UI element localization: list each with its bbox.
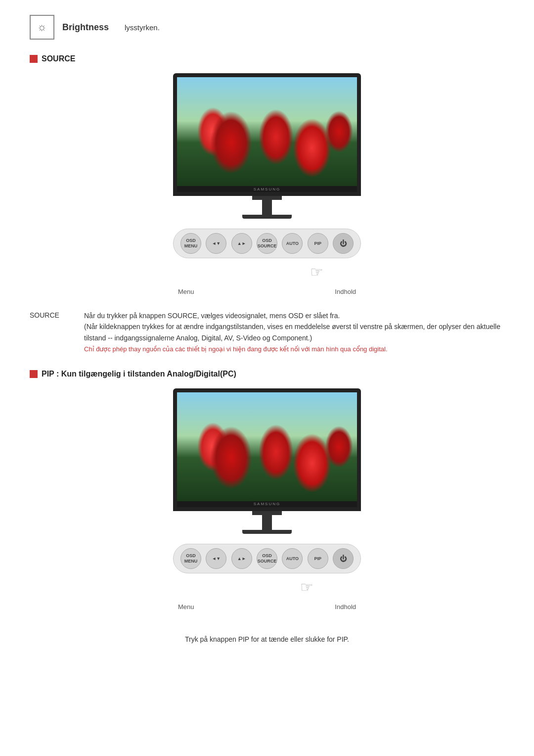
pip-stand-top <box>252 511 282 515</box>
source-tulip-image <box>177 77 357 186</box>
source-hand-pointer-icon: ☞ <box>310 263 323 281</box>
brightness-icon: ☼ <box>30 15 54 40</box>
pip-icon <box>30 370 38 378</box>
brightness-desc: lysstyrken. <box>125 23 160 32</box>
pip-menu-label: Menu <box>173 603 194 611</box>
pip-pip-button[interactable]: PIP <box>308 548 328 569</box>
pip-nav-left-button[interactable]: ◄▼ <box>206 548 226 569</box>
source-menu-label: Menu <box>173 288 194 295</box>
pip-content-label: Indhold <box>335 603 361 611</box>
pip-controls-bar: OSD MENU ◄▼ ▲► OSD SOURCE AUTO PIP ⏻ <box>173 544 361 573</box>
pip-title: PIP : Kun tilgængelig i tilstanden Analo… <box>42 370 236 378</box>
pip-hand-pointer-icon: ☞ <box>300 578 313 596</box>
pip-section-header: PIP : Kun tilgængelig i tilstanden Analo… <box>30 370 504 378</box>
source-nav-right-button[interactable]: ▲► <box>231 233 252 254</box>
pip-tulip-image <box>177 392 357 501</box>
source-auto-button[interactable]: AUTO <box>282 233 303 254</box>
pip-monitor-brand: SAMSUNG <box>254 502 280 506</box>
source-monitor-screen <box>177 77 357 186</box>
pip-nav-right-button[interactable]: ▲► <box>231 548 252 569</box>
pip-power-button[interactable]: ⏻ <box>333 548 354 569</box>
source-red-note: Chỉ được phép thay nguồn của các thiết b… <box>84 345 388 353</box>
source-pip-button[interactable]: PIP <box>308 233 328 254</box>
pip-menu-button[interactable]: OSD MENU <box>180 548 201 569</box>
pip-labels-row: Menu Indhold <box>173 603 361 611</box>
brightness-section: ☼ Brightness lysstyrken. <box>30 10 504 40</box>
pip-auto-button[interactable]: AUTO <box>282 548 303 569</box>
source-monitor-container: SAMSUNG OSD MENU ◄▼ ▲► OSD SOURCE AUTO P… <box>30 73 504 305</box>
source-title: SOURCE <box>42 54 75 63</box>
source-desc-text: Når du trykker på knappen SOURCE, vælges… <box>84 310 504 355</box>
source-stand-top <box>252 196 282 200</box>
pip-bottom-text: Tryk på knappen PIP for at tænde eller s… <box>185 635 349 643</box>
source-stand-mid <box>262 200 272 215</box>
pip-stand-base <box>242 530 292 534</box>
pip-osd-source-button[interactable]: OSD SOURCE <box>257 548 277 569</box>
pip-monitor-bottom-bar: SAMSUNG <box>177 501 357 507</box>
source-nav-left-button[interactable]: ◄▼ <box>206 233 226 254</box>
source-desc-row: SOURCE Når du trykker på knappen SOURCE,… <box>30 310 504 355</box>
source-monitor-brand: SAMSUNG <box>254 187 280 191</box>
source-desc-main-text: Når du trykker på knappen SOURCE, vælges… <box>84 312 500 342</box>
source-monitor-bottom-bar: SAMSUNG <box>177 186 357 192</box>
pip-stand-mid <box>262 515 272 530</box>
source-power-button[interactable]: ⏻ <box>333 233 354 254</box>
pip-monitor-frame: SAMSUNG <box>173 388 361 511</box>
source-monitor-frame: SAMSUNG <box>173 73 361 196</box>
source-menu-button[interactable]: OSD MENU <box>180 233 201 254</box>
source-description: SOURCE Når du trykker på knappen SOURCE,… <box>30 310 504 355</box>
source-desc-label: SOURCE <box>30 310 69 355</box>
source-stand-base <box>242 215 292 219</box>
source-icon <box>30 55 38 63</box>
brightness-label: Brightness <box>62 22 117 33</box>
source-labels-row: Menu Indhold <box>173 288 361 295</box>
pip-bottom-description: Tryk på knappen PIP for at tænde eller s… <box>30 630 504 648</box>
source-controls-bar: OSD MENU ◄▼ ▲► OSD SOURCE AUTO PIP ⏻ <box>173 229 361 258</box>
source-osd-source-button[interactable]: OSD SOURCE <box>257 233 277 254</box>
pip-monitor-container: SAMSUNG OSD MENU ◄▼ ▲► OSD SOURCE AUTO P… <box>30 388 504 620</box>
source-section-header: SOURCE <box>30 54 504 63</box>
source-content-label: Indhold <box>335 288 361 295</box>
pip-monitor-screen <box>177 392 357 501</box>
